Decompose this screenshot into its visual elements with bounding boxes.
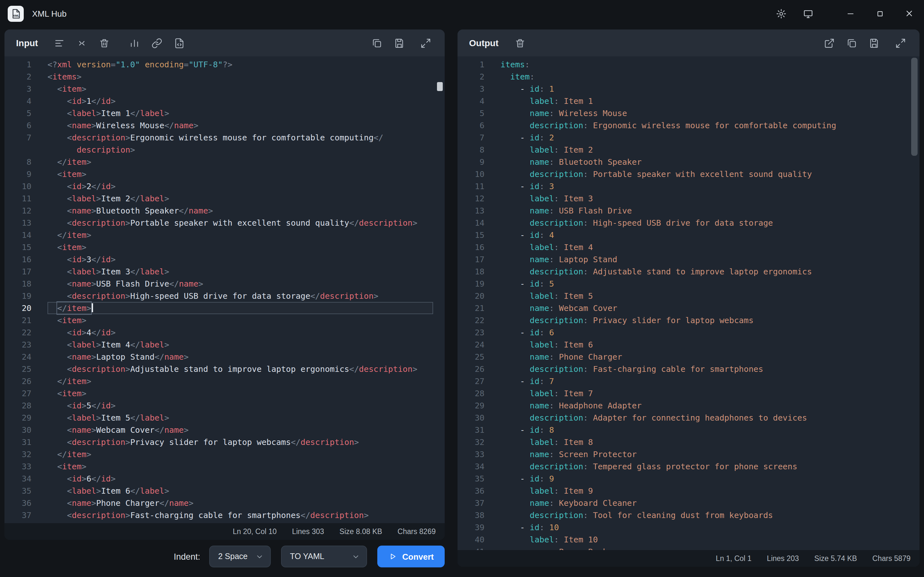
code-line[interactable]: 39 - id: 10 (457, 521, 919, 533)
minify-button[interactable] (73, 34, 90, 52)
code-line[interactable]: 24 <name>Laptop Stand</name> (5, 351, 445, 363)
code-line[interactable]: 14 </item> (5, 229, 445, 241)
clear-output-button[interactable] (511, 34, 529, 52)
code-line[interactable]: 6 description: Ergonomic wireless mouse … (457, 119, 919, 131)
code-line[interactable]: 6 <name>Wireless Mouse</name> (5, 119, 445, 131)
copy-output-button[interactable] (843, 34, 861, 52)
format-button[interactable] (51, 34, 68, 52)
code-line[interactable]: 31 - id: 8 (457, 424, 919, 436)
code-line[interactable]: 29 <label>Item 5</label> (5, 412, 445, 424)
code-line[interactable]: 23 - id: 6 (457, 326, 919, 338)
code-line[interactable]: 29 name: Headphone Adapter (457, 400, 919, 412)
code-line[interactable]: 36 <name>Phone Charger</name> (5, 497, 445, 509)
code-line[interactable]: 20 label: Item 5 (457, 290, 919, 302)
code-line[interactable]: 11 - id: 3 (457, 180, 919, 192)
code-line[interactable]: 3 - id: 1 (457, 83, 919, 95)
code-line[interactable]: 23 <label>Item 4</label> (5, 338, 445, 351)
code-line[interactable]: 11 <label>Item 2</label> (5, 192, 445, 205)
sample-file-button[interactable] (171, 34, 188, 52)
indent-select[interactable]: 2 Space (209, 546, 271, 567)
code-line[interactable]: 35 - id: 9 (457, 472, 919, 485)
code-line[interactable]: 10 <id>2</id> (5, 180, 445, 192)
code-line[interactable]: 15 - id: 4 (457, 229, 919, 241)
code-line[interactable]: 20 </item> (5, 302, 445, 314)
display-button[interactable] (795, 0, 821, 27)
code-line[interactable]: 32 label: Item 8 (457, 436, 919, 448)
settings-button[interactable] (767, 0, 795, 27)
code-line[interactable]: description> (5, 143, 445, 156)
clear-input-button[interactable] (95, 34, 113, 52)
code-line[interactable]: 2<items> (5, 71, 445, 83)
code-line[interactable]: 1items: (457, 58, 919, 71)
expand-output-button[interactable] (892, 34, 909, 52)
code-line[interactable]: 7 <description>Ergonomic wireless mouse … (5, 131, 445, 143)
link-button[interactable] (148, 34, 166, 52)
code-line[interactable]: 4 <id>1</id> (5, 95, 445, 107)
code-line[interactable]: 41 name: Power Bank (457, 546, 919, 550)
code-line[interactable]: 9 <item> (5, 168, 445, 180)
input-code-editor[interactable]: 1<?xml version="1.0" encoding="UTF-8"?>2… (5, 56, 445, 523)
close-button[interactable] (895, 0, 924, 27)
code-line[interactable]: 25 name: Phone Charger (457, 351, 919, 363)
code-line[interactable]: 7 - id: 2 (457, 131, 919, 143)
target-format-select[interactable]: TO YAML (281, 546, 367, 567)
code-line[interactable]: 2 item: (457, 71, 919, 83)
code-line[interactable]: 28 <id>5</id> (5, 400, 445, 412)
code-line[interactable]: 34 <id>6</id> (5, 472, 445, 485)
code-line[interactable]: 30 description: Adapter for connecting h… (457, 412, 919, 424)
code-line[interactable]: 32 </item> (5, 448, 445, 460)
code-line[interactable]: 9 name: Bluetooth Speaker (457, 156, 919, 168)
stats-button[interactable] (126, 34, 143, 52)
code-line[interactable]: 34 description: Tempered glass protector… (457, 460, 919, 472)
code-line[interactable]: 27 - id: 7 (457, 375, 919, 387)
code-line[interactable]: 14 description: High-speed USB drive for… (457, 217, 919, 229)
output-scrollbar-thumb[interactable] (911, 58, 918, 156)
code-line[interactable]: 37 <description>Fast-charging cable for … (5, 509, 445, 521)
save-output-button[interactable] (866, 34, 883, 52)
code-line[interactable]: 18 <name>USB Flash Drive</name> (5, 277, 445, 290)
code-line[interactable]: 13 name: USB Flash Drive (457, 205, 919, 217)
code-line[interactable]: 21 <item> (5, 314, 445, 326)
code-line[interactable]: 24 label: Item 6 (457, 338, 919, 351)
code-line[interactable]: 5 <label>Item 1</label> (5, 107, 445, 119)
output-code-editor[interactable]: 1items:2 item:3 - id: 14 label: Item 15 … (457, 56, 919, 550)
code-line[interactable]: 37 name: Keyboard Cleaner (457, 497, 919, 509)
code-line[interactable]: 12 label: Item 3 (457, 192, 919, 205)
expand-input-button[interactable] (417, 34, 435, 52)
code-line[interactable]: 13 <description>Portable speaker with ex… (5, 217, 445, 229)
code-line[interactable]: 3 <item> (5, 83, 445, 95)
code-line[interactable]: 26 </item> (5, 375, 445, 387)
code-line[interactable]: 16 label: Item 4 (457, 241, 919, 253)
code-line[interactable]: 26 description: Fast-charging cable for … (457, 363, 919, 375)
code-line[interactable]: 33 <item> (5, 460, 445, 472)
code-line[interactable]: 10 description: Portable speaker with ex… (457, 168, 919, 180)
code-line[interactable]: 35 <label>Item 6</label> (5, 485, 445, 497)
input-scrollbar-thumb[interactable] (437, 82, 443, 91)
code-line[interactable]: 22 description: Privacy slider for lapto… (457, 314, 919, 326)
maximize-button[interactable] (865, 0, 895, 27)
code-line[interactable]: 16 <id>3</id> (5, 253, 445, 266)
code-line[interactable]: 30 <name>Webcam Cover</name> (5, 424, 445, 436)
code-line[interactable]: 17 name: Laptop Stand (457, 253, 919, 266)
code-line[interactable]: 4 label: Item 1 (457, 95, 919, 107)
convert-button[interactable]: Convert (377, 546, 445, 567)
code-line[interactable]: 12 <name>Bluetooth Speaker</name> (5, 205, 445, 217)
copy-input-button[interactable] (368, 34, 386, 52)
code-line[interactable]: 28 label: Item 7 (457, 387, 919, 400)
save-input-button[interactable] (391, 34, 408, 52)
code-line[interactable]: 21 name: Webcam Cover (457, 302, 919, 314)
code-line[interactable]: 19 <description>High-speed USB drive for… (5, 290, 445, 302)
code-line[interactable]: 18 description: Adjustable stand to impr… (457, 266, 919, 277)
code-line[interactable]: 25 <description>Adjustable stand to impr… (5, 363, 445, 375)
code-line[interactable]: 27 <item> (5, 387, 445, 400)
code-line[interactable]: 8 label: Item 2 (457, 143, 919, 156)
code-line[interactable]: 33 name: Screen Protector (457, 448, 919, 460)
minimize-button[interactable] (835, 0, 865, 27)
code-line[interactable]: 38 description: Tool for cleaning dust f… (457, 509, 919, 521)
code-line[interactable]: 17 <label>Item 3</label> (5, 266, 445, 277)
code-line[interactable]: 5 name: Wireless Mouse (457, 107, 919, 119)
code-line[interactable]: 36 label: Item 9 (457, 485, 919, 497)
code-line[interactable]: 1<?xml version="1.0" encoding="UTF-8"?> (5, 58, 445, 71)
code-line[interactable]: 8 </item> (5, 156, 445, 168)
code-line[interactable]: 22 <id>4</id> (5, 326, 445, 338)
